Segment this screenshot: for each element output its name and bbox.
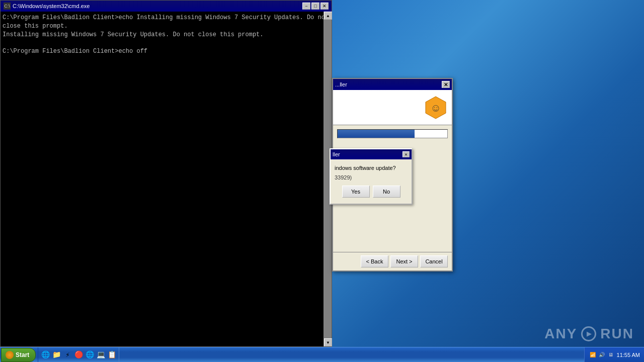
system-clock: 11:55 AM xyxy=(617,352,640,358)
start-label: Start xyxy=(16,351,29,358)
installer-back-button[interactable]: < Back xyxy=(361,255,388,267)
ql-icon-browser[interactable]: 🌐 xyxy=(40,350,50,360)
ql-icon-av[interactable]: 🔴 xyxy=(73,350,84,360)
dialog-content: indows software update? 33929) Yes No xyxy=(331,159,412,204)
dialog-title-text: ller xyxy=(333,151,340,157)
ql-icon-media[interactable]: ⚡ xyxy=(62,350,72,360)
installer-bottom-buttons: < Back Next > Cancel xyxy=(333,252,452,270)
cmd-line-3 xyxy=(3,39,330,47)
tray-volume-icon: 🔊 xyxy=(598,351,606,359)
installer-header: ☺ xyxy=(333,90,452,125)
system-tray: 📶 🔊 🖥 11:55 AM xyxy=(584,347,644,362)
quick-launch-bar: 🌐 📁 ⚡ 🔴 🌐 💻 📋 xyxy=(38,347,119,362)
installer-close-button[interactable]: ✕ xyxy=(442,81,450,88)
start-logo-icon xyxy=(6,351,14,359)
anyrun-text-any: ANY xyxy=(544,326,577,342)
anyrun-text-run: RUN xyxy=(600,326,634,342)
ql-icon-folder[interactable]: 📁 xyxy=(51,350,61,360)
ql-icon-clipboard[interactable]: 📋 xyxy=(107,350,117,360)
tray-monitor-icon: 🖥 xyxy=(607,351,615,359)
cmd-restore-button[interactable]: □ xyxy=(311,3,319,10)
dialog-close-button[interactable]: ✕ xyxy=(403,151,410,157)
cmd-close-button[interactable]: ✕ xyxy=(320,3,329,10)
anyrun-watermark: ANY RUN xyxy=(544,326,634,342)
installer-progress-area xyxy=(333,125,452,144)
start-button[interactable]: Start xyxy=(1,348,36,362)
dialog-no-button[interactable]: No xyxy=(373,186,400,198)
dialog-buttons: Yes No xyxy=(335,186,408,200)
cmd-line-2: Installing missing Windows 7 Security Up… xyxy=(3,31,330,39)
progress-bar-fill xyxy=(338,130,415,138)
cmd-titlebar-left: C:\ C:\Windows\system32\cmd.exe xyxy=(4,3,90,10)
cmd-titlebar-buttons: − □ ✕ xyxy=(302,3,329,10)
tray-icons-group: 📶 🔊 🖥 xyxy=(589,351,615,359)
cmd-title-text: C:\Windows\system32\cmd.exe xyxy=(13,3,90,9)
installer-titlebar: ...ller ✕ xyxy=(333,79,452,90)
installer-title-text: ...ller xyxy=(335,81,347,87)
desktop: C:\ C:\Windows\system32\cmd.exe − □ ✕ C:… xyxy=(0,0,644,362)
taskbar: Start 🌐 📁 ⚡ 🔴 🌐 💻 📋 📶 🔊 🖥 11:55 AM xyxy=(0,347,644,362)
cmd-line-4: C:\Program Files\Badlion Client>echo off xyxy=(3,47,330,56)
taskbar-items xyxy=(121,347,584,362)
ql-icon-ie[interactable]: 🌐 xyxy=(85,350,95,360)
dialog-detail: 33929) xyxy=(335,174,408,180)
anyrun-play-icon xyxy=(581,326,596,341)
cmd-titlebar: C:\ C:\Windows\system32\cmd.exe − □ ✕ xyxy=(1,1,332,12)
ql-icon-computer[interactable]: 💻 xyxy=(96,350,106,360)
cmd-window: C:\ C:\Windows\system32\cmd.exe − □ ✕ C:… xyxy=(0,0,332,347)
dialog-question: indows software update? xyxy=(335,164,408,171)
cmd-line-1: C:\Program Files\Badlion Client>echo Ins… xyxy=(3,14,330,31)
installer-logo: ☺ xyxy=(424,96,448,120)
progress-bar xyxy=(337,129,448,138)
svg-text:☺: ☺ xyxy=(432,103,439,115)
dialog-box: ller ✕ indows software update? 33929) Ye… xyxy=(330,148,413,205)
scrollbar-down-button[interactable]: ▼ xyxy=(324,338,332,346)
scrollbar-up-button[interactable]: ▲ xyxy=(324,12,332,20)
installer-next-button[interactable]: Next > xyxy=(390,255,418,267)
tray-network-icon: 📶 xyxy=(589,351,597,359)
dialog-yes-button[interactable]: Yes xyxy=(342,186,370,198)
dialog-titlebar: ller ✕ xyxy=(331,149,412,159)
cmd-body: C:\Program Files\Badlion Client>echo Ins… xyxy=(1,12,332,346)
cmd-window-icon: C:\ xyxy=(4,3,11,10)
installer-cancel-button[interactable]: Cancel xyxy=(420,255,448,267)
cmd-minimize-button[interactable]: − xyxy=(302,3,310,10)
